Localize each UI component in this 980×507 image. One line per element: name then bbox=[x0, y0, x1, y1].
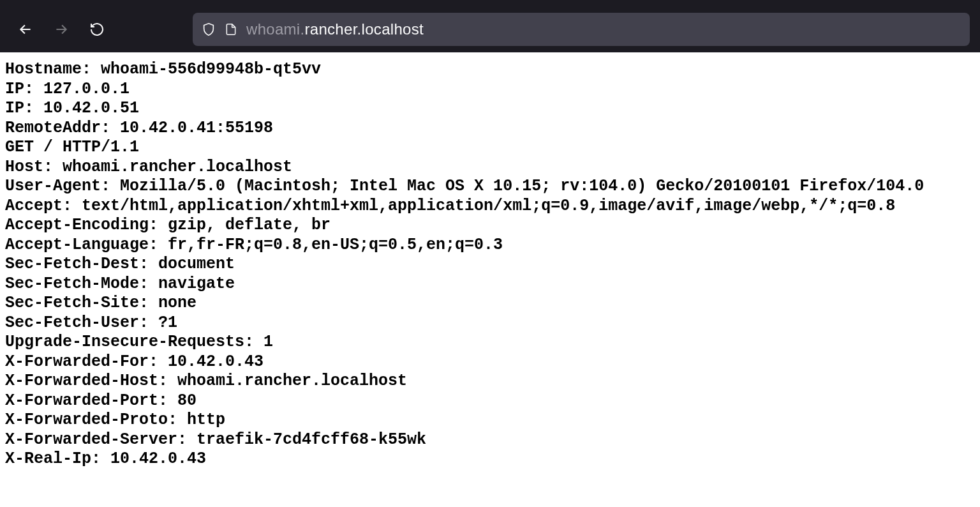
address-bar[interactable]: whoami.rancher.localhost bbox=[193, 13, 970, 46]
url-domain: rancher.localhost bbox=[304, 20, 424, 38]
arrow-left-icon bbox=[17, 21, 34, 38]
arrow-right-icon bbox=[53, 21, 70, 38]
reload-icon bbox=[89, 22, 105, 37]
back-button[interactable] bbox=[10, 14, 41, 45]
forward-button[interactable] bbox=[46, 14, 77, 45]
page-icon bbox=[225, 22, 237, 37]
tab-strip bbox=[0, 0, 980, 6]
page-content: Hostname: whoami-556d99948b-qt5vv IP: 12… bbox=[0, 52, 980, 477]
url-display: whoami.rancher.localhost bbox=[246, 20, 424, 38]
browser-chrome: whoami.rancher.localhost bbox=[0, 0, 980, 52]
reload-button[interactable] bbox=[82, 14, 112, 45]
toolbar: whoami.rancher.localhost bbox=[0, 6, 980, 52]
url-subdomain: whoami. bbox=[246, 20, 304, 38]
shield-icon bbox=[202, 22, 216, 37]
